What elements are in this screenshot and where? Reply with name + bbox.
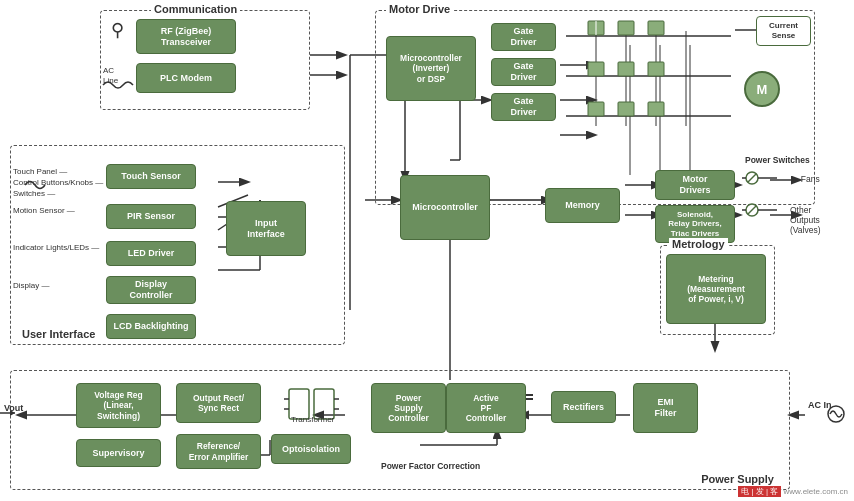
power-supply-controller-block: PowerSupplyController: [371, 383, 446, 433]
watermark: 电 | 发 | 客 www.elete.com.cn: [738, 486, 848, 497]
ac-in-symbol: [824, 405, 848, 423]
power-switches-label: Power Switches: [745, 155, 810, 165]
metrology-section: Metrology Metering(Measurementof Power, …: [660, 245, 775, 335]
rf-transceiver-block: RF (ZigBee) Transceiver: [136, 19, 236, 54]
led-driver-block: LED Driver: [106, 241, 196, 266]
svg-rect-69: [618, 62, 634, 76]
memory-block: Memory: [545, 188, 620, 223]
ac-wavy: [101, 79, 136, 91]
antenna-icon: ⚲: [111, 19, 124, 41]
svg-marker-96: [10, 410, 15, 416]
ui-labels: Touch Panel —Control Buttons/Knobs —Swit…: [13, 166, 103, 200]
user-interface-label: User Interface: [19, 328, 98, 340]
current-sense-block: CurrentSense: [756, 16, 811, 46]
gate-driver-1-block: GateDriver: [491, 23, 556, 51]
user-interface-section: User Interface Touch Sensor PIR Sensor L…: [10, 145, 345, 345]
pfc-label: Power Factor Correction: [381, 461, 480, 471]
rectifiers-block: Rectifiers: [551, 391, 616, 423]
motor-drive-label: Motor Drive: [386, 3, 453, 15]
svg-rect-67: [648, 21, 664, 35]
active-pf-block: ActivePFController: [446, 383, 526, 433]
fans-label: → Fans: [790, 174, 820, 184]
main-diagram: Communication ⚲ RF (ZigBee) Transceiver …: [0, 0, 854, 501]
supervisory-block: Supervisory: [76, 439, 161, 467]
reference-error-block: Reference/Error Amplifier: [176, 434, 261, 469]
svg-rect-70: [648, 62, 664, 76]
pir-sensor-block: PIR Sensor: [106, 204, 196, 229]
voltage-reg-block: Voltage Reg(Linear,Switching): [76, 383, 161, 428]
gate-driver-3-block: GateDriver: [491, 93, 556, 121]
transformer-symbol: Transformer: [281, 381, 341, 426]
power-switch-symbols: [742, 168, 782, 228]
svg-rect-72: [618, 102, 634, 116]
watermark-url: www.elete.com.cn: [784, 487, 848, 496]
svg-text:Transformer: Transformer: [291, 415, 335, 424]
svg-rect-66: [618, 21, 634, 35]
communication-label: Communication: [151, 3, 240, 15]
power-supply-label: Power Supply: [698, 473, 777, 485]
indicator-lights-label: Indicator Lights/LEDs —: [13, 243, 99, 252]
motion-sensor-label: Motion Sensor —: [13, 206, 75, 215]
lcd-backlighting-block: LCD Backlighting: [106, 314, 196, 339]
vout-arrow: [0, 406, 20, 420]
power-supply-section: Power Supply Voltage Reg(Linear,Switchin…: [10, 370, 790, 490]
metering-block: Metering(Measurementof Power, i, V): [666, 254, 766, 324]
emi-filter-block: EMIFilter: [633, 383, 698, 433]
output-rect-block: Output Rect/Sync Rect: [176, 383, 261, 423]
display-controller-block: DisplayController: [106, 276, 196, 304]
other-outputs-label: OtherOutputs(Valves): [790, 205, 821, 236]
plc-modem-block: PLC Modem: [136, 63, 236, 93]
touch-sensor-block: Touch Sensor: [106, 164, 196, 189]
svg-rect-71: [588, 102, 604, 116]
microcontroller-inverter-block: Microcontroller(Inverter)or DSP: [386, 36, 476, 101]
transformer-svg: Transformer: [284, 384, 339, 424]
svg-line-75: [748, 174, 756, 182]
svg-line-79: [748, 206, 756, 214]
watermark-logo: 电 | 发 | 客: [738, 486, 781, 497]
optoisolation-block: Optoisolation: [271, 434, 351, 464]
gate-driver-2-block: GateDriver: [491, 58, 556, 86]
switch-grid: [566, 16, 736, 131]
input-interface-block: InputInterface: [226, 201, 306, 256]
svg-rect-73: [648, 102, 664, 116]
motor-block: M: [744, 71, 780, 107]
motor-drivers-block: MotorDrivers: [655, 170, 735, 200]
communication-section: Communication ⚲ RF (ZigBee) Transceiver …: [100, 10, 310, 110]
main-microcontroller-block: Microcontroller: [400, 175, 490, 240]
svg-rect-68: [588, 62, 604, 76]
display-label: Display —: [13, 281, 49, 290]
metrology-label: Metrology: [669, 238, 728, 250]
